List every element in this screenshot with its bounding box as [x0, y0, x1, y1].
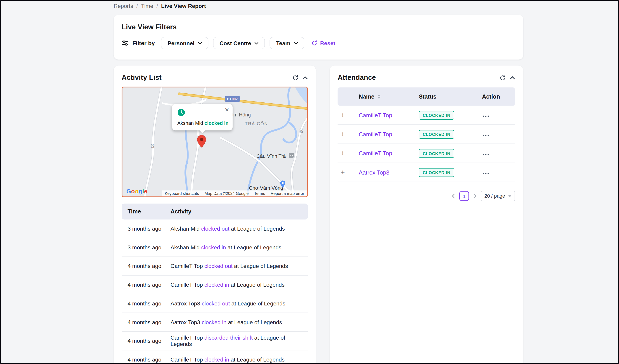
activity-context: at League of Legends [234, 263, 288, 269]
map-label-road-32: 32 [299, 128, 304, 134]
expand-row-button[interactable]: + [338, 130, 347, 138]
live-view-report-page: Reports / Time / Live View Report Live V… [1, 1, 619, 364]
expand-row-button[interactable]: + [338, 168, 347, 176]
activity-action-link[interactable]: clocked in [201, 244, 226, 251]
cost-centre-dropdown-label: Cost Centre [220, 40, 251, 46]
row-actions-button[interactable] [482, 152, 490, 157]
activity-card-header: Activity List [114, 66, 316, 82]
activity-actor: Aatrox Top3 [170, 319, 200, 325]
activity-table-rows: 3 months agoAkshan Mid clocked out at Le… [122, 220, 308, 364]
attendance-card: Attendance Name Status Action +Ca [330, 66, 523, 364]
map-pin-icon[interactable] [197, 135, 206, 149]
expand-row-button[interactable]: + [338, 149, 347, 157]
row-actions-button[interactable] [482, 171, 490, 176]
plus-icon: + [341, 168, 345, 176]
activity-row: 4 months agoCamilleT Top clocked out at … [122, 257, 308, 276]
bridge-icon [289, 153, 294, 158]
map-label-district: TRÀ CÔN [245, 121, 268, 126]
team-dropdown-label: Team [276, 40, 290, 46]
team-dropdown[interactable]: Team [270, 37, 304, 49]
attendance-card-header: Attendance [330, 66, 523, 82]
activity-actor: Aatrox Top3 [170, 300, 200, 307]
map-popup: × Akshan Mid clocked in [172, 104, 232, 130]
report-map-error-link[interactable]: Report a map error [271, 191, 304, 196]
attendance-name-link[interactable]: Aatrox Top3 [359, 169, 390, 175]
route-badge: DT907 [225, 96, 240, 102]
page-size-select[interactable]: 20 / page [481, 191, 515, 201]
activity-action-link[interactable]: clocked out [201, 225, 229, 232]
plus-icon: + [341, 130, 345, 138]
more-dot [488, 154, 489, 155]
activity-time: 4 months ago [122, 337, 165, 344]
live-view-filters-card: Live View Filters Filter by Personnel Co… [114, 15, 523, 59]
activity-action-link[interactable]: clocked out [202, 300, 230, 307]
activity-context: at League of Legends [228, 319, 282, 325]
chevron-down-icon [294, 42, 298, 44]
expand-row-button[interactable]: + [338, 111, 347, 119]
activity-context: at League of Legends [231, 225, 285, 232]
activity-description: CamilleT Top clocked in at League of Leg… [165, 281, 308, 288]
more-dot [483, 135, 484, 136]
cost-centre-dropdown[interactable]: Cost Centre [213, 37, 265, 49]
activity-time: 4 months ago [122, 319, 165, 325]
breadcrumb-separator: / [156, 3, 158, 9]
breadcrumb-reports[interactable]: Reports [114, 3, 133, 9]
refresh-icon[interactable] [500, 74, 506, 81]
activity-table-header: Time Activity [122, 203, 308, 219]
pagination-page-button[interactable]: 1 [459, 191, 469, 201]
activity-action-link[interactable]: clocked in [204, 281, 229, 288]
activity-description: CamilleT Top clocked in at League of Leg… [165, 356, 308, 363]
more-dot [488, 115, 489, 117]
more-dot [485, 115, 487, 117]
attendance-name-link[interactable]: CamilleT Top [359, 112, 392, 118]
activity-action-link[interactable]: discarded their shift [204, 334, 253, 341]
personnel-dropdown-label: Personnel [168, 40, 195, 46]
activity-action-link[interactable]: clocked in [204, 356, 229, 363]
keyboard-shortcuts-link[interactable]: Keyboard shortcuts [165, 191, 199, 196]
map[interactable]: DT907 ấm Hồng TRÀ CÔN Cầu Vĩnh Trà Chợ V… [122, 87, 308, 197]
collapse-chevron-icon[interactable] [510, 76, 515, 79]
row-actions-button[interactable] [482, 114, 490, 118]
attendance-row: +CamilleT TopCLOCKED IN [338, 125, 515, 144]
refresh-icon[interactable] [292, 74, 299, 81]
attendance-name-link[interactable]: CamilleT Top [359, 150, 392, 156]
market-poi-icon[interactable] [280, 181, 285, 189]
activity-row: 3 months agoAkshan Mid clocked out at Le… [122, 220, 308, 238]
activity-description: Aatrox Top3 clocked out at League of Leg… [165, 300, 308, 307]
map-label-area: ấm Hồng [231, 112, 251, 118]
activity-row: 4 months agoCamilleT Top clocked in at L… [122, 350, 308, 364]
google-logo[interactable]: Google [126, 188, 147, 195]
breadcrumb-current: Live View Report [161, 3, 206, 9]
popup-text: Akshan Mid clocked in [177, 121, 229, 126]
breadcrumb-separator: / [136, 3, 138, 9]
activity-action-link[interactable]: clocked in [202, 319, 226, 325]
attendance-name-link[interactable]: CamilleT Top [359, 131, 392, 137]
activity-actor: CamilleT Top [170, 281, 203, 288]
activity-action-link[interactable]: clocked out [204, 263, 233, 269]
close-icon[interactable]: × [225, 106, 229, 113]
status-badge: CLOCKED IN [419, 111, 454, 120]
collapse-chevron-icon[interactable] [303, 76, 308, 79]
terms-link[interactable]: Terms [254, 191, 265, 196]
pagination: 1 20 / page [338, 191, 515, 201]
activity-table: Time Activity 3 months agoAkshan Mid clo… [122, 203, 308, 364]
plus-icon: + [341, 149, 345, 157]
attendance-header-name-label: Name [359, 93, 375, 100]
reset-button[interactable]: Reset [311, 40, 335, 46]
status-badge: CLOCKED IN [419, 168, 454, 177]
row-actions-button[interactable] [482, 133, 490, 138]
activity-description: CamilleT Top clocked out at League of Le… [165, 263, 308, 269]
attendance-row: +CamilleT TopCLOCKED IN [338, 106, 515, 125]
sort-icon[interactable] [377, 92, 380, 100]
pagination-next-button[interactable] [473, 193, 477, 199]
activity-context: at League of Legends [231, 300, 285, 307]
pagination-prev-button[interactable] [451, 193, 456, 199]
more-dot [488, 173, 489, 174]
personnel-dropdown[interactable]: Personnel [161, 37, 209, 49]
app-window: Reports / Time / Live View Report Live V… [0, 0, 619, 364]
clock-icon [177, 109, 185, 118]
breadcrumb-time[interactable]: Time [141, 3, 153, 9]
activity-actor: CamilleT Top [170, 356, 203, 363]
map-label-bridge: Cầu Vĩnh Trà [256, 154, 286, 159]
status-badge: CLOCKED IN [419, 130, 454, 139]
